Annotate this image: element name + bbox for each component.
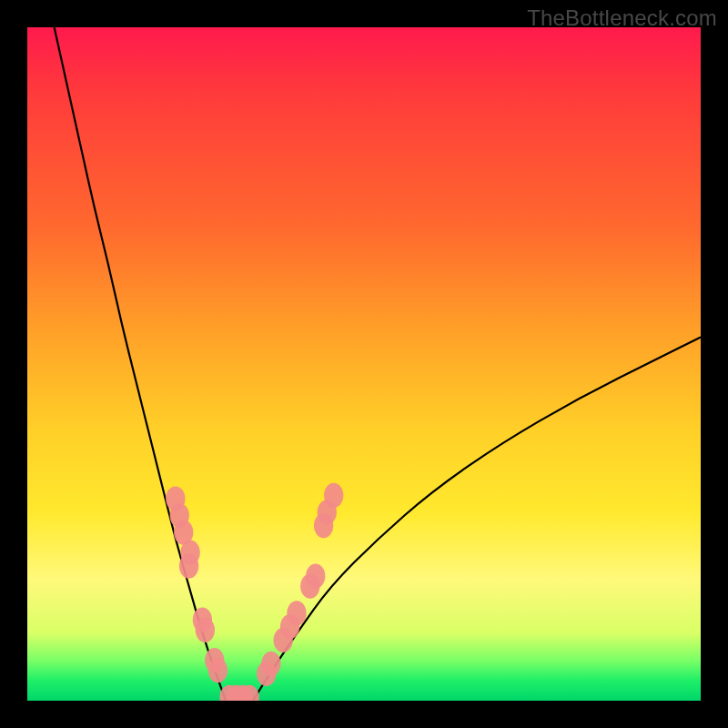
chart-svg: [27, 27, 701, 701]
marker-dot: [208, 658, 228, 682]
marker-dot: [196, 618, 215, 642]
marker-dots-group: [166, 483, 343, 701]
marker-dot: [324, 483, 343, 508]
plot-area: [27, 27, 701, 701]
marker-dot: [261, 652, 280, 676]
marker-dot: [306, 563, 325, 588]
left-branch-curve: [55, 27, 227, 701]
marker-dot: [179, 553, 198, 578]
chart-frame: TheBottleneck.com: [0, 0, 728, 728]
marker-dot: [287, 601, 306, 625]
